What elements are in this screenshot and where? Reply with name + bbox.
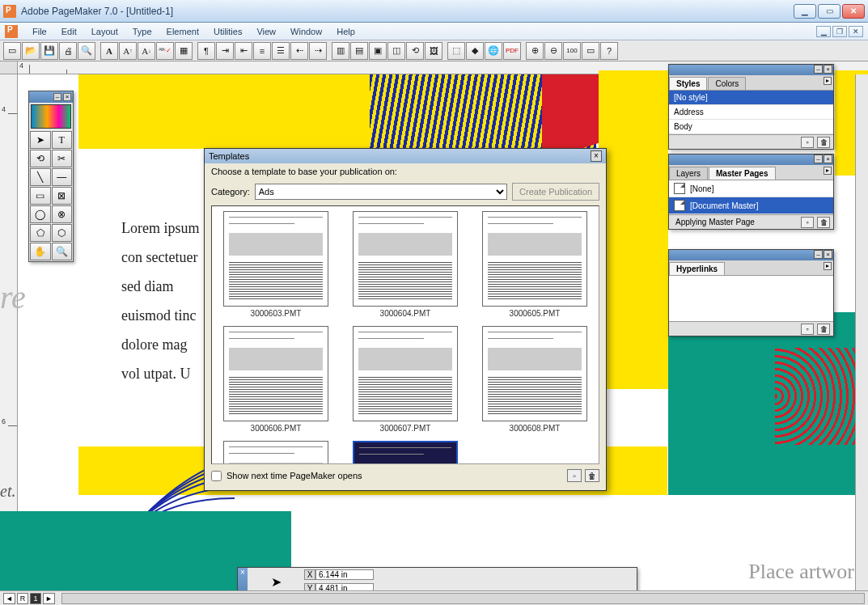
- toolbar-tab-button[interactable]: ⇥: [216, 42, 234, 60]
- panel-close-button[interactable]: ×: [824, 250, 832, 259]
- crop-tool[interactable]: ✂: [52, 150, 73, 167]
- delete-master-button[interactable]: 🗑: [817, 217, 830, 228]
- dialog-close-button[interactable]: ×: [591, 150, 602, 162]
- toolbar-save-button[interactable]: 💾: [40, 42, 58, 60]
- panel-flyout-button[interactable]: ▸: [824, 167, 832, 175]
- master-page-r-button[interactable]: R: [17, 593, 28, 604]
- ellipse-tool[interactable]: ◯: [30, 205, 51, 223]
- toolbox-panel[interactable]: – × ➤ T ⟲ ✂ ╲ — ▭ ⊠ ◯ ⊗ ⬠ ⬡ ✋ 🔍: [28, 91, 74, 262]
- page-1-button[interactable]: 1: [30, 593, 41, 604]
- toolbox-collapse-button[interactable]: –: [53, 93, 61, 101]
- line-tool[interactable]: ╲: [30, 168, 51, 186]
- panel-close-button[interactable]: ×: [824, 65, 832, 74]
- toolbar-zoom-out-button[interactable]: ⊖: [544, 42, 562, 60]
- toolbar-outdent-left-button[interactable]: ⇠: [290, 42, 308, 60]
- toolbar-help-button[interactable]: ?: [600, 42, 618, 60]
- polygon-frame-tool[interactable]: ⬡: [52, 224, 73, 242]
- page-prev-button[interactable]: ◄: [3, 593, 15, 604]
- toolbar-print-button[interactable]: 🖨: [59, 42, 77, 60]
- toolbar-new-button[interactable]: ▭: [3, 42, 21, 60]
- new-template-button[interactable]: ▫: [567, 469, 582, 482]
- template-thumbnail[interactable]: 3000603.PMT: [217, 211, 335, 318]
- pointer-tool[interactable]: ➤: [30, 131, 51, 149]
- hyperlinks-titlebar[interactable]: – ×: [669, 250, 833, 260]
- rectangle-frame-tool[interactable]: ⊠: [52, 187, 73, 205]
- templates-scroll-area[interactable]: 3000603.PMT3000604.PMT3000605.PMT3000606…: [211, 205, 599, 464]
- window-close-button[interactable]: [842, 4, 865, 19]
- styles-panel[interactable]: – × Styles Colors ▸ [No style] Address B…: [668, 64, 834, 150]
- page-next-button[interactable]: ►: [43, 593, 55, 604]
- mdi-restore-button[interactable]: ❐: [832, 26, 847, 37]
- tab-styles[interactable]: Styles: [669, 77, 707, 90]
- x-value[interactable]: 6.144 in: [315, 569, 374, 580]
- delete-style-button[interactable]: 🗑: [817, 137, 830, 148]
- new-hyperlink-button[interactable]: ▫: [801, 324, 814, 335]
- toolbar-outdent-right-button[interactable]: ⇢: [309, 42, 327, 60]
- rectangle-tool[interactable]: ▭: [30, 187, 51, 205]
- styles-panel-titlebar[interactable]: – ×: [669, 65, 833, 75]
- toolbar-place-button[interactable]: ⬚: [447, 42, 465, 60]
- menu-help[interactable]: Help: [330, 25, 362, 38]
- toolbar-pdf-button[interactable]: PDF: [503, 42, 521, 60]
- toolbar-bullets-button[interactable]: ≡: [253, 42, 271, 60]
- menu-file[interactable]: File: [26, 25, 53, 38]
- create-publication-button[interactable]: Create Publication: [512, 183, 599, 201]
- menu-element[interactable]: Element: [160, 25, 205, 38]
- style-item-body[interactable]: Body: [669, 120, 833, 134]
- toolbox-titlebar[interactable]: – ×: [29, 91, 73, 103]
- toolbar-fill-button[interactable]: ▦: [175, 42, 193, 60]
- toolbar-photoshop-button[interactable]: ◆: [466, 42, 484, 60]
- toolbox-close-button[interactable]: ×: [63, 93, 71, 101]
- document-icon[interactable]: [5, 25, 18, 38]
- template-thumbnail[interactable]: 3000608.PMT: [476, 326, 594, 433]
- delete-template-button[interactable]: 🗑: [585, 469, 599, 482]
- toolbar-indent-button[interactable]: ⇤: [235, 42, 252, 60]
- panel-collapse-button[interactable]: –: [814, 154, 823, 163]
- toolbar-para-button[interactable]: ¶: [197, 42, 215, 60]
- toolbar-hlink-button[interactable]: 🌐: [485, 42, 502, 60]
- new-style-button[interactable]: ▫: [801, 137, 814, 148]
- panel-flyout-button[interactable]: ▸: [824, 262, 832, 270]
- templates-dialog[interactable]: Templates × Choose a template to base yo…: [204, 148, 607, 491]
- style-item-address[interactable]: Address: [669, 105, 833, 120]
- text-tool[interactable]: T: [52, 131, 73, 149]
- toolbar-numbered-button[interactable]: ☰: [272, 42, 290, 60]
- mdi-minimize-button[interactable]: ▁: [816, 26, 831, 37]
- tab-layers[interactable]: Layers: [669, 167, 708, 180]
- template-thumbnail[interactable]: 3000610.PMT: [346, 441, 464, 464]
- tab-colors[interactable]: Colors: [708, 77, 746, 90]
- style-item-no-style[interactable]: [No style]: [669, 91, 833, 105]
- category-dropdown[interactable]: Ads: [255, 184, 507, 200]
- window-minimize-button[interactable]: [794, 4, 816, 19]
- tab-hyperlinks[interactable]: Hyperlinks: [669, 262, 725, 275]
- toolbar-decrease-button[interactable]: A↓: [138, 42, 155, 60]
- constrained-line-tool[interactable]: —: [52, 168, 73, 186]
- panel-collapse-button[interactable]: –: [814, 250, 823, 259]
- toolbar-increase-button[interactable]: A↑: [119, 42, 137, 60]
- menu-window[interactable]: Window: [284, 25, 328, 38]
- dialog-titlebar[interactable]: Templates ×: [205, 149, 606, 163]
- menu-edit[interactable]: Edit: [55, 25, 83, 38]
- zoom-tool[interactable]: 🔍: [52, 243, 73, 260]
- template-thumbnail[interactable]: 3000606.PMT: [217, 326, 335, 433]
- new-master-button[interactable]: ▫: [801, 217, 814, 228]
- toolbar-picture-palette-button[interactable]: 🖼: [425, 42, 442, 60]
- panel-collapse-button[interactable]: –: [814, 65, 823, 74]
- toolbar-char-button[interactable]: A: [100, 42, 118, 60]
- ellipse-frame-tool[interactable]: ⊗: [52, 205, 73, 223]
- menu-utilities[interactable]: Utilities: [207, 25, 248, 38]
- toolbar-spellcheck-button[interactable]: ᴬᴮᶜ✓: [156, 42, 174, 60]
- toolbar-text-wrap-button[interactable]: ◫: [387, 42, 405, 60]
- toolbar-actual-size-button[interactable]: 100: [563, 42, 581, 60]
- vertical-scrollbar[interactable]: [855, 74, 868, 590]
- mdi-close-button[interactable]: ✕: [849, 26, 863, 37]
- show-next-time-checkbox[interactable]: [211, 471, 222, 481]
- toolbar-frame-opts-button[interactable]: ▣: [369, 42, 387, 60]
- panel-close-button[interactable]: ×: [824, 154, 832, 163]
- menu-layout[interactable]: Layout: [85, 25, 125, 38]
- tab-master-pages[interactable]: Master Pages: [709, 167, 775, 180]
- toolbar-insert-pages-button[interactable]: ▥: [332, 42, 349, 60]
- ruler-origin[interactable]: [0, 61, 18, 74]
- template-thumbnail[interactable]: 3000604.PMT: [346, 211, 464, 318]
- template-thumbnail[interactable]: 3000605.PMT: [476, 211, 594, 318]
